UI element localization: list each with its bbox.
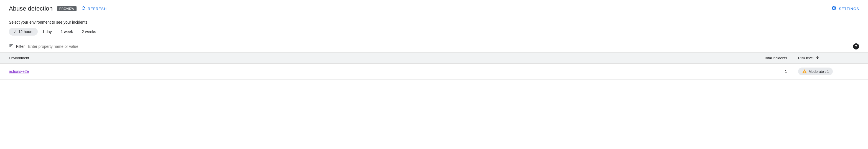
help-symbol: ? — [855, 44, 857, 48]
time-chip-1week[interactable]: 1 week — [56, 28, 78, 35]
time-chip-label: 1 day — [42, 29, 52, 34]
header: Abuse detection PREVIEW REFRESH SETTINGS — [0, 0, 868, 16]
page-title: Abuse detection — [9, 5, 53, 12]
settings-label: SETTINGS — [839, 7, 859, 11]
filter-lines-icon — [9, 43, 14, 49]
page-wrapper: Abuse detection PREVIEW REFRESH SETTINGS… — [0, 0, 868, 79]
table-row: actions-e2e 1 Moderate : 1 — [0, 64, 868, 79]
total-incidents-value: 1 — [785, 69, 787, 74]
settings-button[interactable]: SETTINGS — [831, 5, 859, 12]
filter-label-group: Filter — [9, 43, 25, 49]
risk-badge: Moderate : 1 — [798, 68, 833, 75]
cell-risk-level: Moderate : 1 — [787, 68, 859, 75]
col-environment-label: Environment — [9, 56, 29, 60]
preview-badge: PREVIEW — [57, 6, 76, 11]
filter-bar: Filter ? — [0, 40, 868, 53]
time-chip-1day[interactable]: 1 day — [38, 28, 56, 35]
environment-link[interactable]: actions-e2e — [9, 69, 29, 74]
table-container: Environment Total incidents Risk level a… — [0, 53, 868, 79]
time-chip-label: 1 week — [61, 29, 73, 34]
time-chip-2weeks[interactable]: 2 weeks — [78, 28, 100, 35]
time-chip-12hours[interactable]: ✓ 12 hours — [9, 28, 38, 35]
refresh-icon — [81, 5, 86, 12]
refresh-button[interactable]: REFRESH — [81, 5, 107, 12]
filter-input[interactable] — [28, 44, 853, 49]
header-left: Abuse detection PREVIEW REFRESH — [9, 5, 107, 12]
col-risk-level-label: Risk level — [798, 56, 814, 60]
risk-level-value: Moderate : 1 — [809, 70, 829, 74]
cell-total-incidents: 1 — [737, 69, 787, 74]
col-total-incidents-label: Total incidents — [764, 56, 787, 60]
help-icon[interactable]: ? — [853, 43, 859, 49]
filter-left: Filter — [9, 43, 853, 49]
time-chip-label: 2 weeks — [82, 29, 96, 34]
warning-triangle-icon — [802, 69, 807, 74]
col-header-environment: Environment — [9, 56, 737, 60]
checkmark-icon: ✓ — [13, 29, 17, 34]
environment-prompt: Select your environment to see your inci… — [9, 20, 859, 24]
refresh-label: REFRESH — [88, 7, 107, 11]
time-filter-group: ✓ 12 hours 1 day 1 week 2 weeks — [9, 28, 859, 35]
table-header-row: Environment Total incidents Risk level — [0, 53, 868, 64]
gear-icon — [831, 5, 837, 12]
cell-environment: actions-e2e — [9, 69, 737, 74]
sort-desc-icon — [815, 55, 820, 60]
environment-value: actions-e2e — [9, 69, 29, 74]
col-header-total-incidents: Total incidents — [737, 56, 787, 60]
filter-label: Filter — [16, 44, 25, 49]
time-chip-label: 12 hours — [18, 29, 33, 34]
sub-header: Select your environment to see your inci… — [0, 16, 868, 39]
col-header-risk-level[interactable]: Risk level — [787, 55, 859, 60]
